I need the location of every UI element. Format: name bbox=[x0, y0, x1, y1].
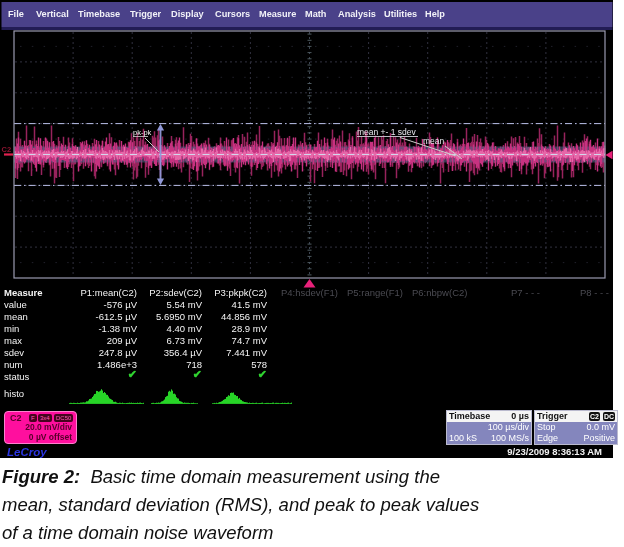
svg-text:C2: C2 bbox=[2, 145, 12, 154]
svg-text:mean +- 1 sdev: mean +- 1 sdev bbox=[357, 127, 417, 137]
svg-text:pk-pk: pk-pk bbox=[133, 128, 152, 137]
svg-text:mean: mean bbox=[423, 136, 445, 146]
